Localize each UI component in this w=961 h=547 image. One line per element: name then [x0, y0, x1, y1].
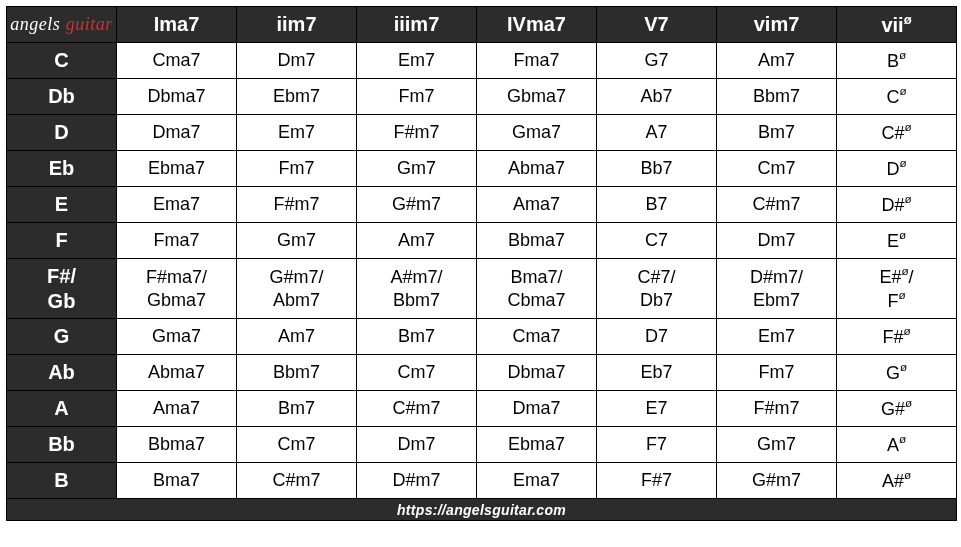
table-row: BbBbma7Cm7Dm7Ebma7F7Gm7Aø [7, 427, 957, 463]
chord-cell: Ema7 [117, 187, 237, 223]
chord-cell: Cø [837, 79, 957, 115]
col-ii: iim7 [237, 7, 357, 43]
chord-cell: Am7 [237, 319, 357, 355]
chord-cell: Bma7/Cbma7 [477, 259, 597, 319]
chord-cell: Bma7 [117, 463, 237, 499]
chord-cell: Ebm7 [237, 79, 357, 115]
chord-cell: C#m7 [717, 187, 837, 223]
chord-cell: G#m7/Abm7 [237, 259, 357, 319]
chord-cell: G#m7 [717, 463, 837, 499]
chord-cell: D7 [597, 319, 717, 355]
chord-cell: Bm7 [237, 391, 357, 427]
key-label: F [7, 223, 117, 259]
chord-cell: Dbma7 [477, 355, 597, 391]
logo-word-1: angels [10, 14, 60, 34]
chord-cell: G#ø [837, 391, 957, 427]
col-iii: iiim7 [357, 7, 477, 43]
col-vii: viiø [837, 7, 957, 43]
table-row: DbDbma7Ebm7Fm7Gbma7Ab7Bbm7Cø [7, 79, 957, 115]
col-V: V7 [597, 7, 717, 43]
chord-cell: Cm7 [357, 355, 477, 391]
chord-cell: Dm7 [717, 223, 837, 259]
logo-cell: angels guitar [7, 7, 117, 43]
chord-cell: Cm7 [717, 151, 837, 187]
chord-cell: Am7 [357, 223, 477, 259]
chord-cell: F7 [597, 427, 717, 463]
chord-cell: F#m7 [717, 391, 837, 427]
table-row: AbAbma7Bbm7Cm7Dbma7Eb7Fm7Gø [7, 355, 957, 391]
chord-cell: D#m7/Ebm7 [717, 259, 837, 319]
chord-cell: Gm7 [357, 151, 477, 187]
key-label: Bb [7, 427, 117, 463]
table-row: F#/GbF#ma7/Gbma7G#m7/Abm7A#m7/Bbm7Bma7/C… [7, 259, 957, 319]
chord-cell: Em7 [717, 319, 837, 355]
chord-cell: Bbma7 [117, 427, 237, 463]
chord-cell: Cma7 [117, 43, 237, 79]
chord-cell: Gm7 [237, 223, 357, 259]
chord-cell: Eb7 [597, 355, 717, 391]
chord-cell: C7 [597, 223, 717, 259]
footer-url: https://angelsguitar.com [7, 499, 957, 521]
chord-cell: Cm7 [237, 427, 357, 463]
table-row: DDma7Em7F#m7Gma7A7Bm7C#ø [7, 115, 957, 151]
chord-cell: C#ø [837, 115, 957, 151]
chord-cell: Fm7 [717, 355, 837, 391]
chord-cell: Gm7 [717, 427, 837, 463]
chord-cell: G#m7 [357, 187, 477, 223]
table-row: EbEbma7Fm7Gm7Abma7Bb7Cm7Dø [7, 151, 957, 187]
chord-cell: Fma7 [477, 43, 597, 79]
chord-cell: Em7 [357, 43, 477, 79]
col-vi: vim7 [717, 7, 837, 43]
chord-cell: Bbm7 [237, 355, 357, 391]
chord-cell: Gma7 [117, 319, 237, 355]
chord-cell: Em7 [237, 115, 357, 151]
half-dim-icon: ø [904, 12, 912, 27]
chord-cell: A7 [597, 115, 717, 151]
chord-cell: Gma7 [477, 115, 597, 151]
logo-word-2: guitar [66, 14, 113, 34]
chord-cell: G7 [597, 43, 717, 79]
chord-cell: Abma7 [117, 355, 237, 391]
key-label: Db [7, 79, 117, 115]
key-label: Ab [7, 355, 117, 391]
chord-cell: Fm7 [357, 79, 477, 115]
chord-cell: Dm7 [357, 427, 477, 463]
chord-cell: Fma7 [117, 223, 237, 259]
chord-cell: Bbma7 [477, 223, 597, 259]
diatonic-chords-table: angels guitar Ima7 iim7 iiim7 IVma7 V7 v… [6, 6, 957, 521]
key-label: C [7, 43, 117, 79]
key-label: E [7, 187, 117, 223]
chord-cell: Eø [837, 223, 957, 259]
chord-cell: Dm7 [237, 43, 357, 79]
chord-cell: Abma7 [477, 151, 597, 187]
chord-cell: Ab7 [597, 79, 717, 115]
chord-cell: C#m7 [357, 391, 477, 427]
key-label: B [7, 463, 117, 499]
chord-cell: Gbma7 [477, 79, 597, 115]
chord-cell: Ama7 [117, 391, 237, 427]
chord-cell: Cma7 [477, 319, 597, 355]
chord-cell: F#7 [597, 463, 717, 499]
chord-cell: Dbma7 [117, 79, 237, 115]
chord-cell: F#m7 [237, 187, 357, 223]
chord-cell: F#ø [837, 319, 957, 355]
col-I: Ima7 [117, 7, 237, 43]
chord-cell: Am7 [717, 43, 837, 79]
chord-cell: D#m7 [357, 463, 477, 499]
table-row: FFma7Gm7Am7Bbma7C7Dm7Eø [7, 223, 957, 259]
chord-cell: Aø [837, 427, 957, 463]
table-row: BBma7C#m7D#m7Ema7F#7G#m7A#ø [7, 463, 957, 499]
chord-cell: Dma7 [477, 391, 597, 427]
chord-cell: F#ma7/Gbma7 [117, 259, 237, 319]
key-label: A [7, 391, 117, 427]
chord-cell: Ama7 [477, 187, 597, 223]
chord-cell: A#ø [837, 463, 957, 499]
chord-cell: C#m7 [237, 463, 357, 499]
chord-cell: F#m7 [357, 115, 477, 151]
chord-cell: Ema7 [477, 463, 597, 499]
table-row: EEma7F#m7G#m7Ama7B7C#m7D#ø [7, 187, 957, 223]
chord-cell: Bbm7 [717, 79, 837, 115]
table-body: CCma7Dm7Em7Fma7G7Am7BøDbDbma7Ebm7Fm7Gbma… [7, 43, 957, 499]
chord-cell: Dma7 [117, 115, 237, 151]
header-row: angels guitar Ima7 iim7 iiim7 IVma7 V7 v… [7, 7, 957, 43]
